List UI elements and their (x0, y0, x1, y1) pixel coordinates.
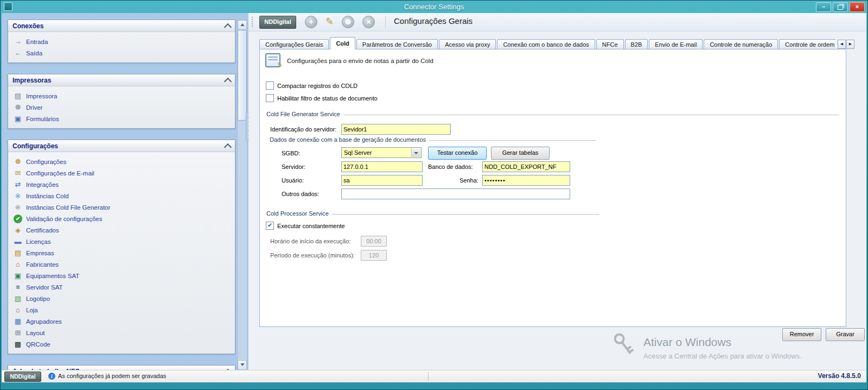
group-rule (343, 115, 839, 115)
sidebar-item-empresas[interactable]: ▤Empresas (8, 247, 235, 259)
user-field[interactable] (341, 175, 423, 186)
sidebar-item-layout[interactable]: ⊞Layout (8, 327, 235, 338)
create-tables-button[interactable]: Gerar tabelas (491, 147, 550, 160)
maximize-restore-button[interactable] (833, 2, 848, 12)
tab-cold[interactable]: Cold (330, 37, 355, 49)
status-filter-checkbox[interactable] (266, 94, 274, 102)
server-id-field[interactable] (341, 124, 451, 135)
scroll-up-button[interactable] (238, 20, 247, 30)
sidebar-item-driver[interactable]: ☸Driver (8, 102, 235, 113)
section-items: →Entrada←Saída (8, 32, 235, 62)
sidebar-item-impressora[interactable]: ▤Impressora (8, 90, 235, 102)
sidebar-item-entrada[interactable]: →Entrada (8, 36, 235, 47)
triangle-down-icon (240, 363, 245, 366)
sidebar-item-servidor-sat[interactable]: ≡Servidor SAT (8, 281, 235, 293)
password-field[interactable] (482, 175, 570, 186)
version-label: Versão 4.8.5.0 (818, 372, 861, 380)
sidebar-item-configuracoes-de-e-mail[interactable]: ✉Configurações de E-mail (8, 167, 235, 179)
compact-cold-checkbox[interactable] (266, 81, 274, 90)
sidebar-item-qrcode[interactable]: ▩QRCode (8, 338, 235, 350)
tab-b2b[interactable]: B2B (625, 39, 648, 49)
sidebar-item-label: Instâncias Cold File Generator (26, 204, 110, 211)
sidebar-item-label: Validação de configurações (26, 216, 102, 222)
tab-parametros-de-conversao[interactable]: Parâmetros de Conversão (356, 39, 438, 49)
sidebar-item-instancias-cold-file-generator[interactable]: ※Instâncias Cold File Generator (8, 202, 235, 213)
sidebar-item-instancias-cold[interactable]: ※Instâncias Cold (8, 190, 235, 202)
collapse-chevron-icon[interactable] (224, 143, 232, 150)
licenses-icon: ▬ (14, 237, 22, 246)
statusbar-separator (428, 372, 429, 381)
group-title: Cold Processor Service (266, 210, 329, 217)
triangle-up-icon (240, 23, 245, 26)
app-window: Connector Settings – × Conexões→Entrada←… (0, 0, 868, 390)
collapse-chevron-icon[interactable] (224, 23, 232, 30)
database-field[interactable] (482, 161, 570, 172)
tab-controle-de-ordem-d[interactable]: Controle de ordem d (779, 39, 835, 49)
close-button[interactable]: × (850, 2, 865, 12)
test-connection-button[interactable]: Testar conexão (428, 147, 487, 160)
sidebar-item-logotipo[interactable]: ▧Logotipo (8, 293, 235, 304)
server-field[interactable] (341, 161, 423, 172)
section-header-conexoes[interactable]: Conexões (8, 20, 235, 32)
sidebar-item-integracoes[interactable]: ⇄Integrações (8, 179, 235, 190)
save-button[interactable]: Gravar (826, 328, 865, 341)
tab-envio-de-e-mail[interactable]: Envio de E-mail (649, 39, 703, 49)
scroll-down-button[interactable] (238, 360, 247, 370)
scrollbar-thumb[interactable] (238, 30, 247, 121)
toolbar-grip[interactable] (251, 16, 253, 28)
minimize-button[interactable]: – (816, 2, 831, 12)
user-label: Usuário: (282, 177, 304, 184)
sidebar-scrollbar[interactable] (237, 20, 247, 370)
sidebar-item-label: Certificados (26, 227, 59, 234)
tab-scroll-buttons: ◀ ▶ (838, 40, 854, 49)
status-filter-checkbox-row: Habilitar filtro de status de documento (266, 94, 378, 102)
sidebar-item-agrupadores[interactable]: ▦Agrupadores (8, 316, 235, 327)
window-controls: – × (816, 2, 865, 12)
sidebar-item-saida[interactable]: ←Saída (8, 47, 235, 59)
section-items: ☸Configurações✉Configurações de E-mail⇄I… (8, 152, 235, 354)
tab-nfce[interactable]: NFCe (596, 39, 624, 49)
sidebar-sections: Conexões→Entrada←SaídaImpressoras▤Impres… (8, 20, 235, 370)
page-title: Configurações Gerais (394, 16, 473, 26)
sidebar-section-configuracoes: Configurações☸Configurações✉Configuraçõe… (8, 140, 235, 354)
compact-cold-checkbox-row: Compactar registros do COLD (266, 81, 358, 90)
companies-icon: ▤ (14, 249, 22, 257)
start-time-label: Horário de início da execução: (270, 238, 351, 244)
add-icon[interactable]: + (305, 16, 317, 28)
validation-icon: ✔ (14, 215, 22, 223)
chevron-down-icon[interactable] (411, 148, 420, 157)
sidebar-item-formularios[interactable]: ▣Formulários (8, 113, 235, 124)
tab-acesso-via-proxy[interactable]: Acesso via proxy (439, 39, 496, 49)
status-message: As configurações já podem ser gravadas (58, 373, 166, 379)
nddigital-brand-button[interactable]: NDDigital (259, 16, 296, 29)
section-header-impressoras[interactable]: Impressoras (8, 74, 235, 86)
collapse-chevron-icon[interactable] (224, 77, 232, 85)
edit-icon[interactable]: ✎ (326, 16, 334, 28)
sidebar-item-licencas[interactable]: ▬Licenças (8, 236, 235, 247)
cold-tab-page: Configurações para o envio de notas a pa… (259, 49, 846, 327)
cancel-icon[interactable]: × (362, 16, 375, 28)
tab-controle-de-numeracao[interactable]: Controle de numeração (704, 39, 778, 49)
sidebar-item-equipamentos-sat[interactable]: ▣Equipamentos SAT (8, 270, 235, 281)
sidebar-item-validacao-de-configuracoes[interactable]: ✔Validação de configurações (8, 213, 235, 224)
logo-icon: ▧ (14, 294, 22, 303)
other-data-field[interactable] (341, 188, 570, 199)
sidebar-item-label: Configurações (26, 159, 66, 165)
run-constantly-checkbox[interactable]: ✔ (266, 222, 274, 230)
tab-scroll-next-button[interactable]: ▶ (846, 40, 854, 49)
status-filter-label: Habilitar filtro de status de documento (277, 95, 378, 102)
window-title: Connector Settings (0, 3, 868, 11)
remove-button[interactable]: Remover (782, 328, 821, 341)
sidebar-item-fabricantes[interactable]: ⌂Fabricantes (8, 259, 235, 270)
sidebar-item-loja[interactable]: ⌂Loja (8, 304, 235, 316)
sidebar-item-configuracoes[interactable]: ☸Configurações (8, 156, 235, 167)
sgbd-dropdown[interactable]: Sql Server (341, 147, 422, 158)
gear-icon[interactable]: ☸ (342, 16, 354, 28)
tab-conexao-com-o-banco-de-dados[interactable]: Conexão com o banco de dados (497, 39, 595, 49)
sidebar-item-label: Fabricantes (26, 261, 59, 268)
tab-scroll-prev-button[interactable]: ◀ (838, 40, 846, 49)
section-header-configuracoes[interactable]: Configurações (8, 140, 235, 152)
tab-configuracoes-gerais[interactable]: Configurações Gerais (259, 39, 329, 49)
sidebar-item-certificados[interactable]: ◈Certificados (8, 224, 235, 236)
cold-processor-group: Cold Processor Service (266, 210, 599, 217)
